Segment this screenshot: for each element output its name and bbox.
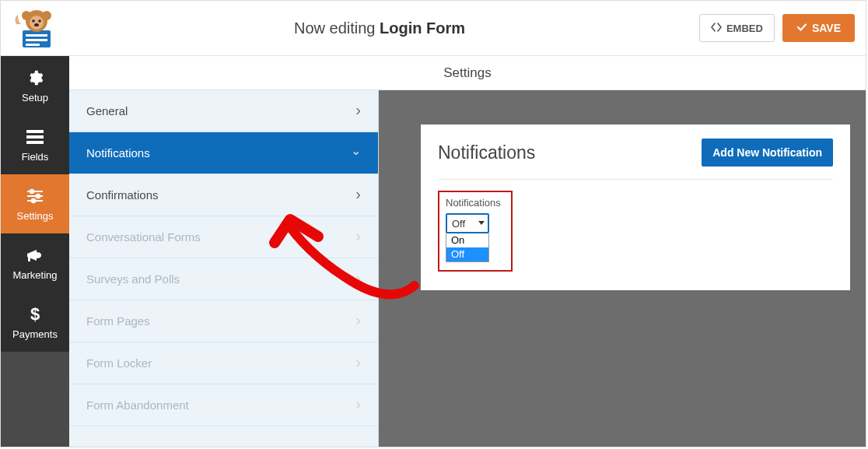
nav-marketing-label: Marketing [12,269,57,281]
list-icon [26,128,44,146]
svg-rect-1 [26,34,47,37]
notifications-select-options: On Off [446,233,489,262]
chevron-right-icon [355,396,361,414]
svg-point-5 [22,11,31,20]
nav-fields[interactable]: Fields [1,115,69,174]
editing-prefix: Now editing [294,19,380,37]
svg-point-6 [42,11,51,20]
subnav-conversational-label: Conversational Forms [86,230,201,244]
settings-subnav: General Notifications Confirmations Conv… [69,90,379,447]
subnav-surveys-polls[interactable]: Surveys and Polls [69,258,378,300]
sliders-icon [26,187,44,205]
subnav-notifications-label: Notifications [86,146,150,160]
chevron-right-icon [355,186,361,204]
nav-marketing[interactable]: Marketing [1,233,69,293]
svg-rect-2 [26,39,47,41]
nav-setup[interactable]: Setup [1,56,69,115]
subnav-form-locker[interactable]: Form Locker [69,342,378,384]
nav-filler [1,352,69,447]
subnav-form-locker-label: Form Locker [86,356,152,370]
panel-header: Notifications Add New Notification [438,139,833,180]
svg-point-15 [30,189,34,193]
embed-button[interactable]: EMBED [699,14,775,42]
add-new-notification-button[interactable]: Add New Notification [702,139,833,167]
svg-point-17 [37,194,40,198]
settings-heading: Settings [69,56,866,90]
chevron-right-icon [355,228,361,246]
bullhorn-icon [26,246,44,265]
notifications-panel: Notifications Add New Notification Notif… [421,125,850,290]
embed-label: EMBED [726,23,763,34]
wpforms-logo-icon [12,7,60,49]
subnav-form-abandonment[interactable]: Form Abandonment [69,384,378,426]
option-off[interactable]: Off [446,247,488,261]
chevron-right-icon [355,102,361,120]
subnav-general[interactable]: General [69,90,378,132]
gear-icon [26,68,44,87]
subnav-confirmations[interactable]: Confirmations [69,174,378,216]
svg-rect-13 [26,141,44,144]
annotation-highlight-box: Notifications Off On Off [438,191,513,272]
nav-fields-label: Fields [22,151,49,163]
chevron-right-icon [355,312,361,330]
notifications-select[interactable]: Off On Off [446,213,489,262]
svg-rect-3 [26,44,40,46]
save-label: SAVE [812,22,841,34]
svg-rect-20 [28,257,30,261]
editing-title: Now editing Login Form [60,19,699,37]
left-nav: Setup Fields Settings Marketing $ Paymen… [1,56,69,447]
svg-point-8 [32,19,35,23]
subnav-form-pages[interactable]: Form Pages [69,300,378,342]
chevron-right-icon [355,270,361,288]
svg-rect-12 [26,135,44,139]
svg-point-19 [32,198,36,202]
svg-point-7 [30,16,44,30]
notifications-field-label: Notifications [446,197,505,209]
chevron-right-icon [355,354,361,372]
nav-payments[interactable]: $ Payments [1,293,69,352]
check-icon [796,22,807,34]
svg-point-10 [34,23,39,26]
subnav-general-label: General [86,104,128,118]
panel-title: Notifications [438,142,535,163]
nav-settings[interactable]: Settings [1,174,69,233]
svg-rect-11 [26,130,44,133]
nav-setup-label: Setup [22,92,48,103]
settings-heading-text: Settings [443,65,491,81]
topbar: Now editing Login Form EMBED SAVE [1,1,866,56]
dollar-icon: $ [26,305,44,324]
subnav-surveys-label: Surveys and Polls [86,272,180,286]
save-button[interactable]: SAVE [782,14,855,42]
svg-point-9 [38,19,41,23]
subnav-form-pages-label: Form Pages [86,314,150,328]
subnav-conversational-forms[interactable]: Conversational Forms [69,216,378,258]
nav-payments-label: Payments [12,328,58,340]
main-area: Settings General Notifications Confirmat… [69,56,866,447]
nav-settings-label: Settings [17,210,54,222]
option-on[interactable]: On [446,233,488,247]
chevron-down-icon [351,147,361,160]
subnav-notifications[interactable]: Notifications [69,132,378,174]
code-icon [711,23,722,34]
subnav-confirmations-label: Confirmations [86,188,159,202]
notifications-select-value[interactable]: Off [446,213,489,233]
form-name: Login Form [380,19,465,37]
subnav-form-abandonment-label: Form Abandonment [86,398,189,412]
settings-content: Notifications Add New Notification Notif… [379,90,866,447]
